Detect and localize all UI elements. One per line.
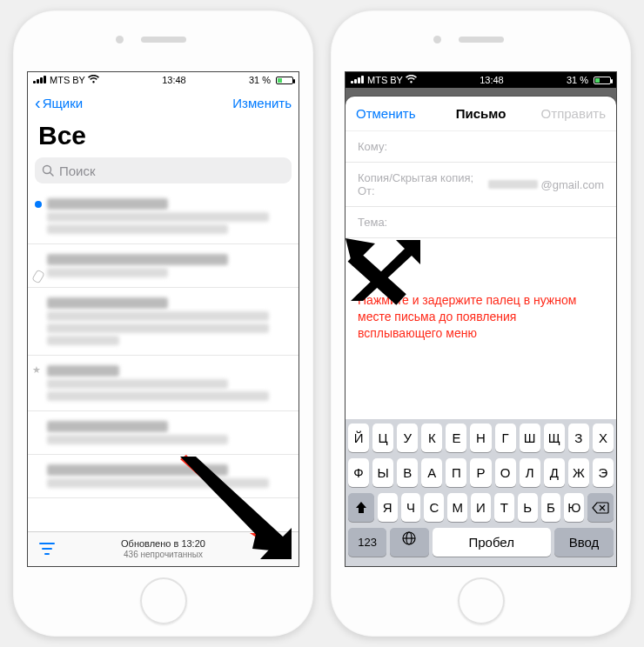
key-Й[interactable]: Й [348,424,369,452]
key-С[interactable]: С [424,493,444,522]
chevron-left-icon: ‹ [35,93,41,113]
key-Т[interactable]: Т [494,493,514,522]
search-input[interactable]: Поиск [35,157,292,183]
key-О[interactable]: О [495,458,516,487]
field-cc-label: Копия/Скрытая копия; От: [358,171,485,197]
screen-compose: MTS BY 13:48 31 % Отменить Письмо Отправ… [345,71,617,567]
key-Х[interactable]: Х [593,424,614,452]
key-Ы[interactable]: Ы [372,458,393,487]
key-У[interactable]: У [397,424,418,452]
key-И[interactable]: И [471,493,491,522]
key-Л[interactable]: Л [520,458,540,487]
home-button[interactable] [140,577,187,624]
clock: 13:48 [162,75,186,85]
key-П[interactable]: П [446,458,466,487]
svg-rect-4 [44,553,50,555]
mail-row[interactable] [28,411,299,455]
svg-rect-2 [39,543,55,544]
mail-row[interactable] [28,189,299,244]
keyboard: ЙЦУКЕНГШЩЗХ ФЫВАПРОЛДЖЭ ЯЧСМИТЬБЮ 123 [345,419,616,566]
phone-left: MTS BY 13:48 31 % ‹ Ящики Изменить Все П… [13,10,313,637]
key-К[interactable]: К [421,424,442,452]
wifi-icon [88,75,99,85]
backspace-key[interactable] [587,493,614,522]
kb-row-3: ЯЧСМИТЬБЮ [348,493,614,522]
key-В[interactable]: В [397,458,418,487]
status-bar: MTS BY 13:48 31 % [28,72,299,88]
annotation-arrow [351,237,420,301]
phone-camera [116,36,124,43]
compose-button[interactable] [271,540,288,559]
instruction-text: Нажмите и задержите палец в нужном месте… [358,292,604,342]
key-Ь[interactable]: Ь [518,493,538,522]
signal-icon [33,75,47,85]
key-Ф[interactable]: Ф [348,458,369,487]
field-subject-label: Тема: [358,216,387,229]
globe-key[interactable] [390,528,428,557]
battery-percent: 31 % [567,75,588,85]
svg-rect-3 [42,548,52,550]
key-Я[interactable]: Я [378,493,398,522]
key-А[interactable]: А [421,458,442,487]
home-button[interactable] [458,577,505,624]
battery-percent: 31 % [249,75,271,85]
phone-speaker [459,37,504,43]
kb-row-1: ЙЦУКЕНГШЩЗХ [348,424,614,452]
mail-row[interactable] [28,288,299,356]
key-Б[interactable]: Б [541,493,561,522]
phone-right: MTS BY 13:48 31 % Отменить Письмо Отправ… [331,10,631,637]
kb-row-2: ФЫВАПРОЛДЖЭ [348,458,614,487]
field-cc-from[interactable]: Копия/Скрытая копия; От: @gmail.com [345,163,616,207]
field-from-domain: @gmail.com [541,178,604,191]
edit-button[interactable]: Изменить [232,96,292,110]
key-Р[interactable]: Р [470,458,491,487]
filter-button[interactable] [38,542,56,557]
search-icon [42,164,54,177]
shift-key[interactable] [348,493,374,522]
search-placeholder: Поиск [59,163,96,178]
key-Д[interactable]: Д [544,458,565,487]
mail-list[interactable] [28,189,299,563]
field-subject[interactable]: Тема: [345,207,616,238]
compose-sheet: Отменить Письмо Отправить Кому: Копия/Ск… [345,97,616,566]
back-label: Ящики [43,96,84,110]
svg-line-1 [50,173,54,177]
key-Е[interactable]: Е [446,424,466,452]
battery-icon [273,77,293,84]
numbers-key[interactable]: 123 [348,528,386,557]
back-button[interactable]: ‹ Ящики [35,93,83,113]
cancel-button[interactable]: Отменить [356,106,416,121]
phone-speaker [141,37,186,43]
status-unread: 436 непрочитанных [121,550,205,560]
carrier-label: MTS BY [50,75,85,85]
mail-row[interactable] [28,244,299,288]
send-button[interactable]: Отправить [541,106,606,121]
signal-icon [351,75,365,85]
mail-row[interactable] [28,356,299,411]
field-to-label: Кому: [358,140,387,153]
svg-marker-9 [345,238,375,266]
key-Г[interactable]: Г [495,424,516,452]
kb-row-4: 123 Пробел Ввод [348,528,614,557]
key-Н[interactable]: Н [470,424,491,452]
field-to[interactable]: Кому: [345,131,616,163]
return-key[interactable]: Ввод [554,528,614,557]
key-М[interactable]: М [447,493,467,522]
status-bar: MTS BY 13:48 31 % [345,72,616,88]
space-key[interactable]: Пробел [433,528,551,557]
carrier-label: MTS BY [367,75,403,85]
key-Э[interactable]: Э [593,458,614,487]
key-Ч[interactable]: Ч [401,493,421,522]
key-Ю[interactable]: Ю [564,493,584,522]
key-З[interactable]: З [568,424,589,452]
key-Ц[interactable]: Ц [372,424,393,452]
screen-mail-inbox: MTS BY 13:48 31 % ‹ Ящики Изменить Все П… [27,71,299,567]
key-Щ[interactable]: Щ [544,424,565,452]
compose-body[interactable]: Нажмите и задержите палец в нужном месте… [345,238,616,360]
phone-camera [433,36,441,43]
key-Ш[interactable]: Ш [520,424,540,452]
redacted-email [488,180,537,189]
mail-row[interactable] [28,455,299,498]
battery-icon [591,77,611,84]
key-Ж[interactable]: Ж [568,458,589,487]
